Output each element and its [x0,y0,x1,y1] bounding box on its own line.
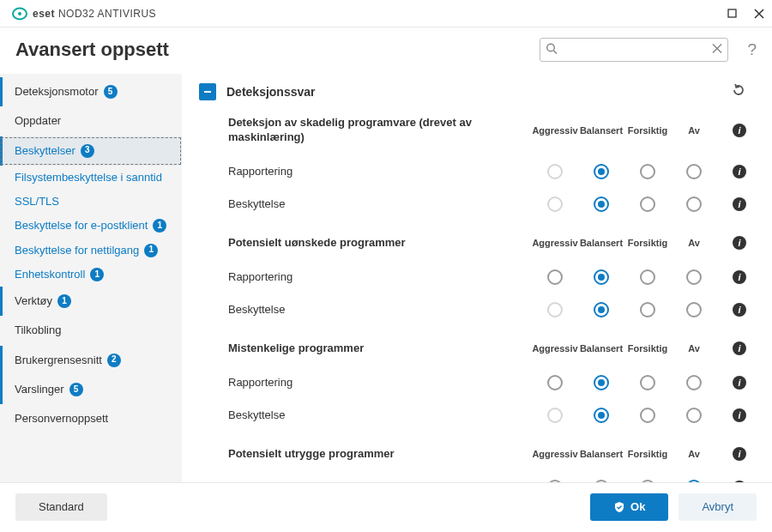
radio-group [532,164,717,179]
radio-cell [532,375,578,390]
setting-row: Beskyttelsei [228,293,746,326]
column-header: Av [671,343,717,354]
radio-balansert[interactable] [594,302,609,317]
info-icon[interactable]: i [733,342,746,355]
sidebar-item-12[interactable]: Personvernoppsett [0,404,182,433]
radio-forsiktig[interactable] [640,164,655,179]
radio-forsiktig[interactable] [640,408,655,423]
setting-row: Beskyttelsei [228,188,746,221]
window-maximize-icon[interactable] [726,8,738,20]
block-header: Potensielt utrygge programmerAggressivBa… [228,447,746,462]
radio-forsiktig[interactable] [640,375,655,390]
column-headers: AggressivBalansertForsiktigAv [532,125,717,136]
column-header: Forsiktig [624,449,671,459]
radio-balansert[interactable] [594,196,609,212]
help-icon[interactable]: ? [747,40,757,59]
default-button[interactable]: Standard [15,493,107,521]
titlebar: eset NOD32 ANTIVIRUS [0,0,772,27]
content-scroll[interactable]: Deteksjonssvar Deteksjon av skadelig pro… [182,74,772,482]
info-icon[interactable]: i [733,303,746,317]
radio-group [532,408,717,423]
block-title: Deteksjon av skadelig programvare (dreve… [228,116,503,145]
search-icon [546,43,558,57]
cancel-button[interactable]: Avbryt [679,493,757,521]
sidebar-item-10[interactable]: Brukergrensesnitt2 [0,346,182,375]
radio-aggressiv[interactable] [547,375,563,390]
settings-block-2: Mistenkelige programmerAggressivBalanser… [228,342,746,432]
badge: 2 [107,354,121,367]
reset-icon[interactable] [731,82,746,100]
info-icon[interactable]: i [733,165,746,178]
sidebar-item-7[interactable]: Enhetskontroll1 [0,263,182,287]
section-header: Deteksjonssvar [199,82,746,100]
info-icon[interactable]: i [733,197,746,211]
radio-av[interactable] [686,408,702,423]
row-label: Rapportering [228,481,293,482]
sidebar-item-3[interactable]: Filsystembeskyttelse i sanntid [0,166,182,190]
radio-av[interactable] [686,375,702,390]
info-icon[interactable]: i [733,270,746,284]
sidebar-item-1[interactable]: Oppdater [0,106,182,136]
block-title: Potensielt utrygge programmer [228,447,395,462]
svg-point-3 [547,44,555,51]
radio-group [532,480,717,482]
radio-cell [671,302,717,317]
sidebar-item-label: Deteksjonsmotor [15,85,99,99]
column-headers: AggressivBalansertForsiktigAv [532,449,717,459]
radio-forsiktig[interactable] [640,302,655,317]
collapse-icon[interactable] [199,83,216,100]
radio-forsiktig[interactable] [640,269,655,285]
radio-aggressiv[interactable] [547,480,563,482]
window-close-icon[interactable] [753,8,765,20]
radio-cell [578,196,624,212]
ok-button[interactable]: Ok [590,493,668,521]
info-icon[interactable]: i [733,447,746,461]
radio-balansert[interactable] [594,164,609,179]
radio-forsiktig[interactable] [640,196,655,212]
footer: Standard Ok Avbryt [0,482,772,530]
radio-av[interactable] [686,164,702,179]
row-label: Beskyttelse [228,408,285,421]
radio-cell [578,480,624,482]
sidebar-item-label: Beskyttelse for e-postklient [15,219,148,233]
sidebar-item-11[interactable]: Varslinger5 [0,375,182,404]
search-input[interactable] [540,38,728,62]
radio-av[interactable] [686,302,702,317]
radio-av[interactable] [686,269,702,285]
sidebar-item-6[interactable]: Beskyttelse for nettilgang1 [0,239,182,263]
radio-cell [532,408,578,423]
radio-av[interactable] [686,196,702,212]
sidebar-item-8[interactable]: Verktøy1 [0,287,182,316]
sidebar-item-label: Enhetskontroll [15,268,85,281]
info-icon[interactable]: i [733,481,746,482]
info-icon[interactable]: i [733,408,746,422]
setting-row: Rapporteringi [228,155,746,188]
sidebar-item-4[interactable]: SSL/TLS [0,190,182,214]
radio-cell [671,408,717,423]
radio-balansert[interactable] [594,375,609,390]
block-title: Potensielt uønskede programmer [228,236,406,251]
sidebar-item-9[interactable]: Tilkobling [0,316,182,345]
radio-forsiktig[interactable] [640,480,655,482]
sidebar-item-label: Personvernoppsett [15,412,108,426]
sidebar-item-0[interactable]: Deteksjonsmotor5 [0,77,182,106]
column-header: Balansert [578,343,624,354]
radio-cell [624,164,671,179]
radio-aggressiv[interactable] [547,269,563,285]
radio-balansert[interactable] [594,269,609,285]
clear-search-icon[interactable] [712,44,722,57]
radio-cell [624,480,671,482]
sidebar-item-label: Tilkobling [15,323,61,337]
info-icon[interactable]: i [733,124,746,137]
eset-logo-icon [12,6,27,21]
info-icon[interactable]: i [733,236,746,250]
column-header: Balansert [578,449,624,459]
radio-av[interactable] [686,480,702,482]
radio-balansert[interactable] [594,480,609,482]
sidebar-item-label: Oppdater [15,114,61,128]
radio-balansert[interactable] [594,408,609,423]
radio-cell [532,302,578,317]
sidebar-item-5[interactable]: Beskyttelse for e-postklient1 [0,214,182,238]
info-icon[interactable]: i [733,376,746,390]
sidebar-item-2[interactable]: Beskyttelser3 [0,136,182,166]
